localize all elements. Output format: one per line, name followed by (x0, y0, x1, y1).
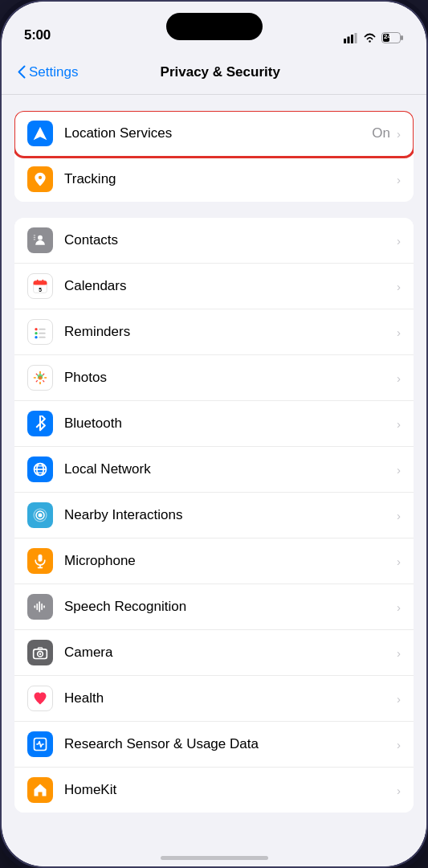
location-services-row[interactable]: Location Services On › (14, 111, 414, 157)
calendars-icon-bg: 5 (27, 273, 53, 299)
research-sensor-chevron-icon: › (397, 738, 401, 751)
location-arrow-icon (32, 125, 48, 141)
bluetooth-row[interactable]: Bluetooth › (14, 401, 414, 447)
tracking-label: Tracking (64, 171, 395, 187)
battery-level: 24 (384, 33, 391, 40)
svg-text:5: 5 (39, 287, 42, 293)
svg-rect-39 (39, 601, 40, 612)
health-icon (32, 690, 48, 706)
page-title: Privacy & Security (78, 64, 362, 80)
local-network-row[interactable]: Local Network › (14, 447, 414, 493)
photos-icon-bg (27, 365, 53, 391)
calendars-row[interactable]: 5 Calendars › (14, 264, 414, 309)
svg-rect-40 (41, 604, 43, 610)
settings-group-2: Contacts › 5 Ca (14, 218, 414, 813)
svg-point-17 (35, 328, 37, 330)
speech-recognition-row[interactable]: Speech Recognition › (14, 584, 414, 630)
homekit-label: HomeKit (64, 782, 395, 798)
photos-chevron-icon: › (397, 371, 401, 385)
svg-rect-37 (35, 605, 36, 608)
location-services-chevron-icon: › (397, 127, 401, 141)
homekit-icon-bg (27, 777, 53, 803)
svg-rect-21 (39, 333, 45, 334)
back-chevron-icon (18, 65, 26, 79)
svg-rect-9 (34, 237, 36, 238)
contacts-chevron-icon: › (397, 234, 401, 248)
back-button[interactable]: Settings (18, 64, 78, 80)
svg-rect-34 (39, 555, 43, 562)
reminders-icon-bg (27, 319, 53, 345)
camera-chevron-icon: › (397, 646, 401, 660)
local-network-chevron-icon: › (397, 463, 401, 477)
research-sensor-row[interactable]: Research Sensor & Usage Data › (14, 722, 414, 768)
microphone-row[interactable]: Microphone › (14, 538, 414, 584)
homekit-row[interactable]: HomeKit › (14, 768, 414, 813)
microphone-icon-bg (27, 548, 53, 574)
calendars-label: Calendars (64, 278, 395, 294)
local-network-icon (32, 461, 48, 477)
microphone-chevron-icon: › (397, 555, 401, 568)
calendars-icon: 5 (32, 278, 48, 294)
camera-icon (32, 645, 48, 661)
nearby-interactions-row[interactable]: Nearby Interactions › (14, 493, 414, 538)
svg-rect-22 (39, 337, 45, 338)
location-services-label: Location Services (64, 125, 372, 141)
tracking-icon-bg (27, 166, 53, 192)
tracking-chevron-icon: › (397, 173, 401, 186)
back-label: Settings (29, 64, 78, 80)
bluetooth-icon (32, 416, 48, 432)
local-network-icon-bg (27, 457, 53, 482)
svg-rect-41 (43, 605, 45, 608)
health-chevron-icon: › (397, 692, 401, 706)
nearby-interactions-icon-bg (27, 502, 53, 528)
health-label: Health (64, 690, 395, 706)
location-services-icon-bg (27, 121, 53, 146)
svg-point-7 (38, 235, 43, 240)
battery-icon: 24 (381, 32, 404, 43)
svg-point-25 (39, 376, 42, 379)
contacts-label: Contacts (64, 232, 395, 248)
reminders-chevron-icon: › (397, 326, 401, 339)
phone-screen: 5:00 (2, 2, 426, 866)
photos-label: Photos (64, 370, 395, 386)
photos-icon (32, 370, 48, 386)
settings-group-1: Location Services On › Tracking › (14, 111, 414, 202)
microphone-icon (32, 553, 48, 569)
wifi-icon (363, 33, 377, 43)
contacts-icon (32, 232, 48, 248)
research-sensor-icon-bg (27, 731, 53, 757)
dynamic-island (166, 13, 263, 40)
svg-point-19 (35, 336, 37, 338)
research-sensor-label: Research Sensor & Usage Data (64, 736, 395, 752)
contacts-row[interactable]: Contacts › (14, 218, 414, 264)
reminders-label: Reminders (64, 324, 395, 340)
nearby-interactions-chevron-icon: › (397, 509, 401, 522)
nearby-interactions-icon (32, 507, 48, 523)
svg-point-31 (39, 514, 43, 518)
bluetooth-chevron-icon: › (397, 417, 401, 431)
reminders-icon (32, 324, 48, 340)
camera-icon-bg (27, 640, 53, 665)
svg-rect-6 (401, 35, 403, 40)
health-row[interactable]: Health › (14, 676, 414, 722)
camera-row[interactable]: Camera › (14, 630, 414, 676)
svg-rect-10 (34, 239, 36, 240)
svg-point-44 (39, 653, 42, 655)
tracking-row[interactable]: Tracking › (14, 157, 414, 202)
svg-rect-38 (36, 604, 38, 610)
camera-label: Camera (64, 645, 395, 661)
homekit-chevron-icon: › (397, 784, 401, 797)
svg-point-18 (35, 332, 37, 334)
health-icon-bg (27, 686, 53, 711)
nav-bar: Settings Privacy & Security (2, 50, 426, 95)
homekit-icon (32, 782, 48, 798)
speech-recognition-icon (32, 599, 48, 615)
status-icons: 24 (344, 32, 404, 43)
bluetooth-label: Bluetooth (64, 416, 395, 432)
photos-row[interactable]: Photos › (14, 355, 414, 401)
home-indicator[interactable] (161, 856, 268, 860)
svg-rect-0 (344, 39, 346, 43)
signal-icon (344, 33, 358, 43)
microphone-label: Microphone (64, 553, 395, 569)
reminders-row[interactable]: Reminders › (14, 309, 414, 355)
